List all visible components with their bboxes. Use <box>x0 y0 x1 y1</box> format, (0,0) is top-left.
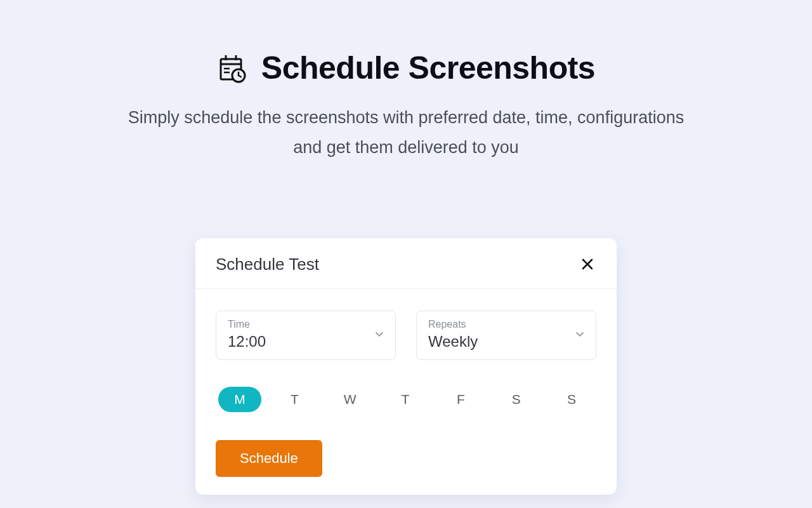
schedule-button[interactable]: Schedule <box>216 440 322 477</box>
close-icon <box>581 258 594 271</box>
time-value: 12:00 <box>228 333 384 351</box>
close-button[interactable] <box>579 255 596 273</box>
day-toggle-4[interactable]: F <box>438 392 483 407</box>
days-row: MTWTFSS <box>216 387 596 412</box>
time-select[interactable]: Time 12:00 <box>216 311 396 360</box>
calendar-clock-icon <box>217 53 247 83</box>
day-toggle-0[interactable]: M <box>218 387 261 412</box>
page-title: Schedule Screenshots <box>261 50 595 86</box>
day-toggle-1[interactable]: T <box>272 392 317 407</box>
day-toggle-6[interactable]: S <box>549 392 594 407</box>
page-subtitle: Simply schedule the screenshots with pre… <box>121 103 691 163</box>
day-toggle-2[interactable]: W <box>328 392 372 407</box>
repeats-select[interactable]: Repeats Weekly <box>416 311 596 360</box>
day-toggle-3[interactable]: T <box>383 392 428 407</box>
repeats-label: Repeats <box>428 319 584 330</box>
chevron-down-icon <box>574 328 586 342</box>
time-label: Time <box>228 319 384 330</box>
schedule-card: Schedule Test Time 12:00 Repeats Weekl <box>195 238 617 495</box>
card-title: Schedule Test <box>216 255 319 274</box>
day-toggle-5[interactable]: S <box>494 392 539 407</box>
repeats-value: Weekly <box>428 333 584 351</box>
chevron-down-icon <box>374 328 385 342</box>
